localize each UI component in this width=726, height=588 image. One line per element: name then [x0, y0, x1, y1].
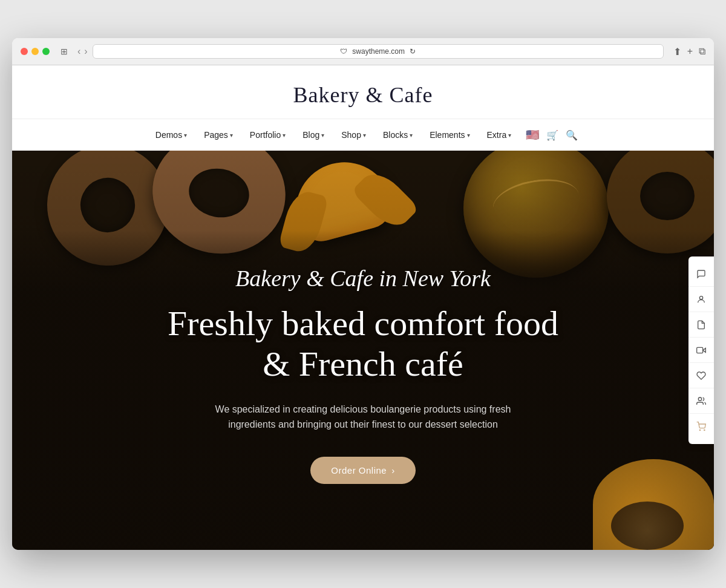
- svg-point-5: [704, 430, 705, 430]
- refresh-icon[interactable]: ↻: [410, 47, 416, 56]
- svg-point-0: [699, 296, 702, 299]
- nav-shop-label: Shop: [341, 130, 361, 140]
- nav-extra[interactable]: Extra ▾: [480, 126, 519, 143]
- chevron-down-icon: ▾: [283, 132, 286, 139]
- site-nav: Demos ▾ Pages ▾ Portfolio ▾ Blog ▾ Shop …: [12, 119, 714, 151]
- cta-label: Order Online: [331, 465, 387, 475]
- order-online-button[interactable]: Order Online ›: [310, 457, 415, 484]
- hero-section: Bakery & Cafe in New York Freshly baked …: [12, 151, 714, 550]
- chevron-down-icon: ▾: [321, 132, 324, 139]
- video-panel-icon[interactable]: [688, 338, 714, 363]
- new-tab-icon[interactable]: +: [687, 46, 693, 57]
- site-title[interactable]: Bakery & Cafe: [36, 82, 690, 108]
- nav-blocks[interactable]: Blocks ▾: [376, 126, 420, 143]
- close-button[interactable]: [21, 48, 28, 55]
- browser-chrome: ⊞ ‹ › 🛡 swaytheme.com ↻ ⬆ + ⧉: [12, 38, 714, 65]
- nav-pages[interactable]: Pages ▾: [197, 126, 240, 143]
- nav-demos[interactable]: Demos ▾: [148, 126, 194, 143]
- browser-window: ⊞ ‹ › 🛡 swaytheme.com ↻ ⬆ + ⧉ Bakery & C…: [12, 38, 714, 550]
- cart-nav-icon[interactable]: 🛒: [546, 129, 558, 141]
- url-text: swaytheme.com: [352, 47, 405, 56]
- browser-nav: ‹ ›: [77, 46, 88, 57]
- shield-icon: 🛡: [340, 47, 347, 56]
- people-panel-icon[interactable]: [688, 388, 714, 414]
- side-panel: [688, 256, 714, 444]
- nav-blog[interactable]: Blog ▾: [295, 126, 332, 143]
- hero-script-text: Bakery & Cafe in New York: [235, 265, 491, 292]
- chevron-down-icon: ▾: [363, 132, 366, 139]
- nav-icons: 🇺🇸 🛒 🔍: [526, 128, 578, 142]
- chevron-down-icon: ▾: [508, 132, 511, 139]
- chat-panel-icon[interactable]: [688, 261, 714, 287]
- tabs-icon[interactable]: ⧉: [699, 46, 705, 57]
- site-header: Bakery & Cafe: [12, 65, 714, 119]
- svg-point-4: [699, 430, 700, 430]
- hero-heading: Freshly baked comfort food & French café: [151, 304, 575, 384]
- chevron-down-icon: ▾: [184, 132, 187, 139]
- chevron-down-icon: ▾: [410, 132, 413, 139]
- user-panel-icon[interactable]: [688, 287, 714, 312]
- nav-pages-label: Pages: [204, 130, 228, 140]
- nav-elements-label: Elements: [430, 130, 465, 140]
- share-icon[interactable]: ⬆: [673, 46, 681, 57]
- svg-rect-2: [697, 347, 703, 353]
- nav-portfolio-label: Portfolio: [250, 130, 281, 140]
- hero-subtext: We specialized in creating delicious bou…: [197, 402, 529, 433]
- cart-panel-icon[interactable]: [688, 414, 714, 439]
- hero-content: Bakery & Cafe in New York Freshly baked …: [12, 199, 714, 550]
- address-bar[interactable]: 🛡 swaytheme.com ↻: [93, 44, 664, 59]
- nav-blog-label: Blog: [302, 130, 319, 140]
- document-panel-icon[interactable]: [688, 312, 714, 338]
- nav-elements[interactable]: Elements ▾: [422, 126, 477, 143]
- flag-icon[interactable]: 🇺🇸: [526, 128, 539, 142]
- nav-extra-label: Extra: [487, 130, 507, 140]
- traffic-lights: [21, 48, 50, 55]
- search-nav-icon[interactable]: 🔍: [566, 129, 578, 141]
- svg-marker-1: [703, 348, 706, 352]
- nav-blocks-label: Blocks: [383, 130, 408, 140]
- nav-shop[interactable]: Shop ▾: [334, 126, 373, 143]
- browser-actions: ⬆ + ⧉: [673, 46, 705, 57]
- nav-portfolio[interactable]: Portfolio ▾: [243, 126, 293, 143]
- chevron-down-icon: ▾: [230, 132, 233, 139]
- nav-demos-label: Demos: [155, 130, 182, 140]
- back-icon[interactable]: ‹: [77, 46, 80, 57]
- sidebar-toggle-icon[interactable]: ⊞: [60, 47, 68, 56]
- svg-point-3: [698, 397, 701, 400]
- heart-panel-icon[interactable]: [688, 363, 714, 388]
- minimize-button[interactable]: [31, 48, 39, 55]
- chevron-down-icon: ▾: [467, 132, 470, 139]
- cta-arrow: ›: [391, 465, 395, 475]
- maximize-button[interactable]: [42, 48, 50, 55]
- forward-icon[interactable]: ›: [84, 46, 87, 57]
